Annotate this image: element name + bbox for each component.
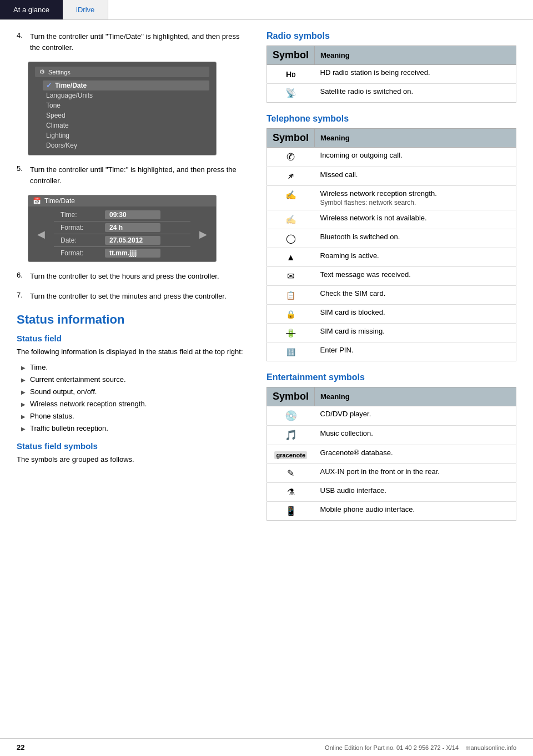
ent-meaning-dvd: CD/DVD player. [315,406,516,426]
step-6: 6. Turn the controller to set the hours … [17,271,250,282]
tel-table-header-symbol: Symbol [267,129,315,148]
timebox-format1-value: 24 h [105,223,160,232]
bullet-sound-text: Sound output, on/off. [30,386,97,398]
ent-sym-mobile: 📱 [267,502,315,521]
timebox-format1-label: Format: [61,224,105,231]
tel-meaning-signal: Wireless network reception strength. Sym… [315,186,516,210]
nav-arrow-left: ◀ [37,228,45,240]
page-header: At a glance iDrive [0,0,533,20]
bullet-entertainment: ▶ Current entertainment source. [21,374,250,386]
step-5-text: Turn the controller until "Time:" is hig… [30,164,250,186]
tel-meaning-missed: Missed call. [315,167,516,186]
ent-table-header-symbol: Symbol [267,387,315,406]
table-row: 📱 Mobile phone audio interface. [267,502,516,521]
page-footer: 22 Online Edition for Part no. 01 40 2 9… [0,738,533,756]
tel-sym-sim-blocked: 🔒 [267,305,315,324]
tab-idrive[interactable]: iDrive [63,0,108,19]
tel-sym-pin: 🔢 [267,342,315,361]
ent-meaning-usb: USB audio interface. [315,483,516,502]
step-7-number: 7. [17,291,30,302]
bullet-arrow-6: ▶ [21,424,26,434]
menu-climate: Climate [46,120,209,130]
tab-at-a-glance-label: At a glance [13,6,49,14]
table-row: ⚗ USB audio interface. [267,483,516,502]
tel-sym-missed: ↟ [267,167,315,186]
table-row: ◯ Bluetooth is switched on. [267,229,516,248]
timebox-label: Time/Date [44,197,75,205]
bullet-phone: ▶ Phone status. [21,410,250,422]
timebox-format2-value: tt.mm.jjjj [105,249,160,258]
step-4: 4. Turn the controller until "Time/Date"… [17,31,250,53]
bullet-wireless-text: Wireless network reception strength. [30,398,147,410]
status-field-symbols-heading: Status field symbols [17,441,250,451]
ent-meaning-gracenote: Gracenote® database. [315,445,516,464]
bullet-traffic-text: Traffic bulletin reception. [30,422,108,435]
nav-arrow-right: ▶ [199,228,207,240]
bullet-entertainment-text: Current entertainment source. [30,374,126,386]
ent-table-header-meaning: Meaning [315,387,516,406]
timebox-title: 📅 Time/Date [28,195,216,206]
tel-meaning-sms: Text message was received. [315,267,516,286]
tel-meaning-sim-missing: SIM card is missing. [315,324,516,342]
ent-sym-aux: ✎ [267,464,315,483]
radio-sym-hd: HD [267,65,315,84]
telephone-symbols-title: Telephone symbols [266,114,516,124]
status-field-bullets: ▶ Time. ▶ Current entertainment source. … [17,361,250,435]
step-6-text: Turn the controller to set the hours and… [30,271,219,282]
radio-symbols-table: Symbol Meaning HD HD radio station is be… [266,46,516,103]
table-row: ✆ Incoming or outgoing call. [267,148,516,167]
bullet-traffic: ▶ Traffic bulletin reception. [21,422,250,435]
menu-tone: Tone [46,100,209,110]
tab-at-a-glance[interactable]: At a glance [0,0,63,19]
table-row: 📡 Satellite radio is switched on. [267,84,516,103]
tel-meaning-signal-sub: Symbol flashes: network search. [320,199,510,206]
settings-screenshot: ⚙ Settings ✓ Time/Date Language/Units To… [28,62,217,155]
radio-table-header-meaning: Meaning [315,46,516,65]
radio-symbols-title: Radio symbols [266,31,516,41]
bullet-phone-text: Phone status. [30,410,74,422]
bullet-wireless: ▶ Wireless network reception strength. [21,398,250,410]
telephone-symbols-table: Symbol Meaning ✆ Incoming or outgoing ca… [266,128,516,361]
table-row: ✉ Text message was received. [267,267,516,286]
timebox-row-time: Time: 09:30 [54,209,190,221]
entertainment-symbols-title: Entertainment symbols [266,372,516,382]
timebox-format2-label: Format: [61,249,105,257]
bullet-arrow-3: ▶ [21,387,26,397]
table-row: 🎵 Music collection. [267,426,516,445]
bullet-sound: ▶ Sound output, on/off. [21,386,250,398]
timebox-time-label: Time: [61,211,105,219]
status-field-symbols-body: The symbols are grouped as follows. [17,454,250,466]
timebox-date-label: Date: [61,236,105,244]
tel-sym-sms: ✉ [267,267,315,286]
table-row: 🔒 SIM card is blocked. [267,305,516,324]
radio-meaning-hd: HD radio station is being received. [315,65,516,84]
checkmark-icon: ✓ [46,82,52,89]
ent-meaning-mobile: Mobile phone audio interface. [315,502,516,521]
ent-sym-gracenote: gracenote [267,445,315,464]
page-number: 22 [17,743,24,752]
settings-menu-list: ✓ Time/Date Language/Units Tone Speed Cl… [35,80,209,150]
step-7-text: Turn the controller to set the minutes a… [30,291,227,302]
timebox-date-value: 27.05.2012 [105,236,160,245]
footer-copyright: Online Edition for Part no. 01 40 2 956 … [325,744,516,751]
tel-sym-bluetooth: ◯ [267,229,315,248]
tel-table-header-meaning: Meaning [315,129,516,148]
tel-meaning-sim-blocked: SIM card is blocked. [315,305,516,324]
tel-meaning-check-sim: Check the SIM card. [315,286,516,305]
left-column: 4. Turn the controller until "Time/Date"… [17,31,250,532]
tel-meaning-no-signal: Wireless network is not available. [315,210,516,229]
table-row: ✎ AUX-IN port in the front or in the rea… [267,464,516,483]
step-4-text: Turn the controller until "Time/Date" is… [30,31,250,53]
tel-sym-roaming: ▲ [267,248,315,267]
menu-doors-key: Doors/Key [46,140,209,150]
ent-meaning-aux: AUX-IN port in the front or in the rear. [315,464,516,483]
settings-menu-label: Settings [48,69,71,75]
bullet-time: ▶ Time. [21,361,250,374]
tel-meaning-call: Incoming or outgoing call. [315,148,516,167]
menu-lighting: Lighting [46,130,209,140]
main-content: 4. Turn the controller until "Time/Date"… [0,20,533,543]
timebox-row-date: Date: 27.05.2012 [54,234,190,247]
step-4-number: 4. [17,31,30,53]
bullet-arrow-5: ▶ [21,412,26,421]
step-6-number: 6. [17,271,30,282]
